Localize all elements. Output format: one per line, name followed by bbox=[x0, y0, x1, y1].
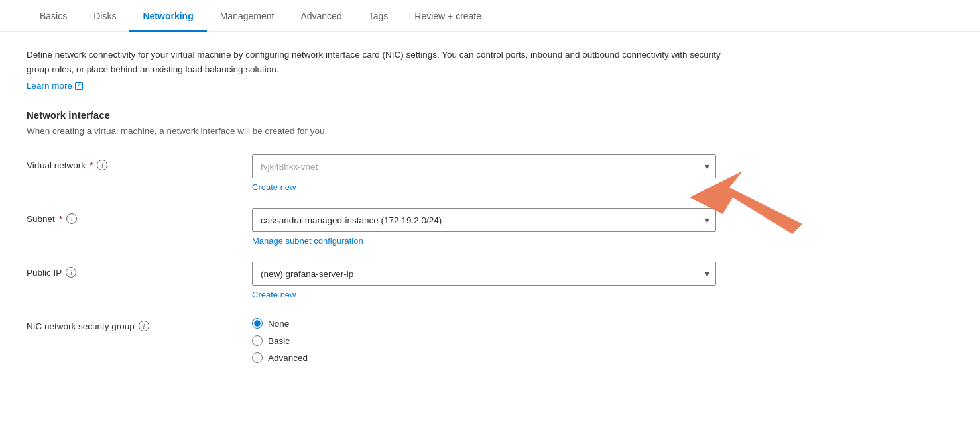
subnet-info-icon[interactable]: i bbox=[66, 213, 77, 224]
tab-bar: Basics Disks Networking Management Advan… bbox=[0, 0, 980, 32]
nic-security-group-info-icon[interactable]: i bbox=[139, 321, 149, 331]
radio-input-basic[interactable] bbox=[252, 335, 263, 346]
subnet-label: Subnet * i bbox=[27, 208, 239, 224]
page-description: Define network connectivity for your vir… bbox=[27, 48, 723, 76]
public-ip-control: (new) grafana-server-ip ▾ Create new bbox=[252, 262, 716, 299]
nic-security-group-radio-group: None Basic Advanced bbox=[252, 315, 716, 363]
virtual-network-create-new-link[interactable]: Create new bbox=[252, 182, 296, 192]
learn-more-label: Learn more bbox=[27, 81, 72, 91]
main-content: Define network connectivity for your vir… bbox=[0, 32, 862, 395]
tab-advanced[interactable]: Advanced bbox=[287, 0, 355, 32]
public-ip-dropdown-wrapper: (new) grafana-server-ip ▾ bbox=[252, 262, 716, 286]
radio-advanced-label: Advanced bbox=[268, 353, 308, 363]
virtual-network-select[interactable]: fvjk48hkx-vnet bbox=[252, 154, 716, 178]
virtual-network-control: fvjk48hkx-vnet ▾ Create new bbox=[252, 154, 716, 192]
radio-none-label: None bbox=[268, 319, 289, 329]
public-ip-row: Public IP i (new) grafana-server-ip ▾ Cr… bbox=[27, 262, 835, 299]
radio-none[interactable]: None bbox=[252, 318, 716, 329]
tab-management[interactable]: Management bbox=[207, 0, 288, 32]
virtual-network-label: Virtual network * i bbox=[27, 154, 239, 170]
public-ip-label: Public IP i bbox=[27, 262, 239, 278]
subnet-select[interactable]: cassandra-managed-instance (172.19.2.0/2… bbox=[252, 208, 716, 232]
virtual-network-dropdown-wrapper: fvjk48hkx-vnet ▾ bbox=[252, 154, 716, 178]
radio-input-advanced[interactable] bbox=[252, 352, 263, 363]
radio-advanced[interactable]: Advanced bbox=[252, 352, 716, 363]
subnet-control: cassandra-managed-instance (172.19.2.0/2… bbox=[252, 208, 716, 246]
nic-security-group-control: None Basic Advanced bbox=[252, 315, 716, 363]
nic-security-group-label: NIC network security group i bbox=[27, 315, 239, 331]
subnet-dropdown-wrapper: cassandra-managed-instance (172.19.2.0/2… bbox=[252, 208, 716, 232]
tab-networking[interactable]: Networking bbox=[129, 0, 206, 32]
nic-security-group-row: NIC network security group i None Basic … bbox=[27, 315, 835, 363]
tab-review-create[interactable]: Review + create bbox=[401, 0, 495, 32]
public-ip-select[interactable]: (new) grafana-server-ip bbox=[252, 262, 716, 286]
tab-disks[interactable]: Disks bbox=[80, 0, 129, 32]
radio-basic-label: Basic bbox=[268, 336, 290, 346]
radio-input-none[interactable] bbox=[252, 318, 263, 329]
learn-more-link[interactable]: Learn more bbox=[27, 81, 83, 91]
radio-basic[interactable]: Basic bbox=[252, 335, 716, 346]
public-ip-info-icon[interactable]: i bbox=[66, 267, 76, 278]
required-indicator: * bbox=[90, 160, 93, 170]
section-title: Network interface bbox=[27, 109, 835, 121]
tab-basics[interactable]: Basics bbox=[27, 0, 80, 32]
virtual-network-row: Virtual network * i fvjk48hkx-vnet ▾ Cre… bbox=[27, 154, 835, 192]
tab-tags[interactable]: Tags bbox=[355, 0, 402, 32]
section-description: When creating a virtual machine, a netwo… bbox=[27, 126, 835, 136]
manage-subnet-link[interactable]: Manage subnet configuration bbox=[252, 236, 363, 246]
virtual-network-info-icon[interactable]: i bbox=[97, 160, 107, 170]
external-link-icon bbox=[75, 82, 83, 90]
public-ip-create-new-link[interactable]: Create new bbox=[252, 290, 296, 299]
subnet-required-indicator: * bbox=[59, 214, 62, 224]
subnet-row: Subnet * i cassandra-managed-instance (1… bbox=[27, 208, 835, 246]
